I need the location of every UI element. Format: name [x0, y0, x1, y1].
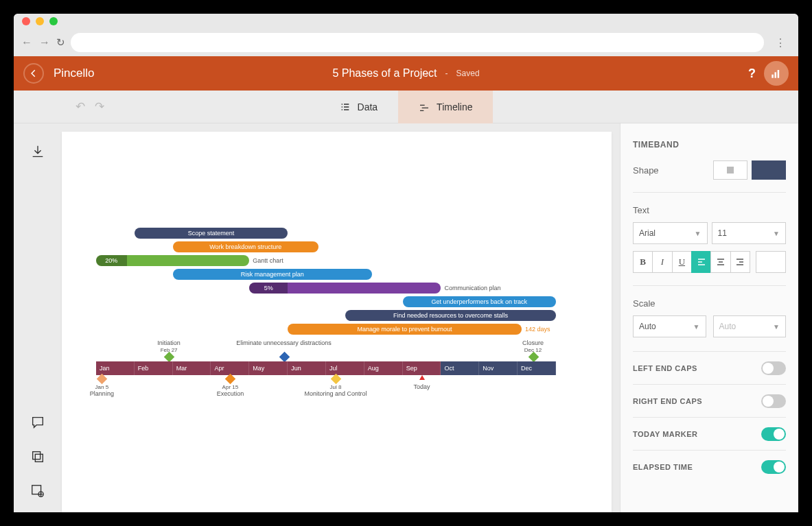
gantt-bar[interactable]: Work breakdown structure [173, 241, 318, 252]
milestone-label: ClosureDec 12 [522, 339, 544, 353]
font-size-value: 11 [718, 228, 727, 238]
milestone-diamond[interactable] [225, 374, 236, 385]
month-cell: May [249, 361, 288, 375]
align-left-button[interactable] [691, 251, 711, 273]
gantt-bar[interactable]: Risk management plan [173, 269, 372, 280]
browser-chrome [14, 14, 798, 29]
svg-rect-0 [772, 75, 774, 78]
text-color-picker[interactable] [756, 251, 786, 273]
today-marker-label: TODAY MARKER [633, 430, 697, 438]
comment-button[interactable] [30, 415, 45, 430]
align-center-button[interactable] [710, 251, 730, 273]
shape-square-option[interactable] [713, 160, 747, 180]
bar-label: Communication plan [445, 285, 501, 291]
underline-button[interactable]: U [672, 251, 692, 273]
bar-label: Gantt chart [253, 257, 283, 264]
svg-rect-2 [778, 70, 780, 78]
month-cell: Jul [326, 361, 364, 375]
milestone-label: Jul 8Monitoring and Control [304, 383, 367, 397]
gantt-bar[interactable]: Manage morale to prevent burnout [288, 324, 522, 335]
tab-data[interactable]: Data [319, 91, 399, 123]
scale-primary-select[interactable]: Auto ▼ [633, 315, 706, 337]
left-caps-toggle[interactable] [761, 361, 786, 375]
milestone-diamond[interactable] [164, 352, 175, 363]
back-icon[interactable]: ← [21, 36, 33, 49]
window-maximize[interactable] [49, 17, 58, 25]
milestone-diamond[interactable] [528, 352, 539, 363]
help-button[interactable]: ? [748, 67, 756, 81]
chart-icon [769, 67, 783, 80]
left-caps-label: LEFT END CAPS [633, 364, 697, 372]
align-right-button[interactable] [730, 251, 750, 273]
gantt-bar[interactable]: Find needed resources to overcome stalls [345, 310, 556, 321]
settings-button[interactable] [30, 483, 45, 499]
scale-label: Scale [633, 298, 786, 309]
align-left-icon [697, 258, 706, 266]
tab-timeline[interactable]: Timeline [398, 91, 493, 123]
window-minimize[interactable] [36, 17, 44, 25]
milestone-label: Apr 15Execution [217, 383, 244, 397]
month-cell: Dec [518, 361, 556, 375]
shape-label: Shape [633, 165, 659, 176]
scale-value2: Auto [719, 322, 736, 331]
font-size-select[interactable]: 11 ▼ [712, 222, 787, 244]
gantt-bar[interactable]: Scope statement [135, 228, 288, 239]
chevron-down-icon: ▼ [773, 323, 780, 331]
timeband[interactable]: JanFebMarAprMayJunJulAugSepOctNovDec [96, 361, 556, 375]
window-close[interactable] [22, 17, 30, 25]
forward-icon[interactable]: → [38, 36, 51, 49]
italic-button[interactable]: I [652, 251, 672, 273]
right-caps-toggle[interactable] [761, 394, 786, 408]
divider [633, 192, 786, 193]
month-cell: Aug [364, 361, 403, 375]
milestone-label: InitiationFeb 27 [157, 339, 181, 353]
properties-panel: TIMEBAND Shape Text Arial ▼ 11 ▼ [620, 123, 798, 512]
text-label: Text [633, 205, 786, 215]
bold-button[interactable]: B [633, 251, 653, 273]
gantt-bar[interactable]: Get underperformers back on track [403, 296, 556, 307]
svg-rect-1 [775, 72, 777, 77]
document-title[interactable]: 5 Phases of a Project [332, 67, 437, 80]
undo-icon[interactable]: ↶ [76, 99, 85, 114]
scale-secondary-select[interactable]: Auto ▼ [713, 315, 787, 337]
url-bar[interactable] [71, 33, 764, 52]
right-caps-label: RIGHT END CAPS [633, 397, 702, 405]
today-marker-toggle[interactable] [761, 427, 786, 441]
milestone-diamond[interactable] [97, 374, 108, 385]
svg-rect-3 [33, 452, 40, 459]
month-cell: Nov [479, 361, 518, 375]
browser-toolbar: ← → ↻ ⋮ [14, 29, 798, 56]
profile-button[interactable] [764, 61, 789, 86]
download-button[interactable] [30, 144, 45, 159]
shape-bar-option[interactable] [752, 160, 786, 180]
timeline-canvas[interactable]: Scope statementWork breakdown structure2… [62, 132, 612, 512]
section-timeband-title: TIMEBAND [633, 140, 786, 150]
month-cell: Feb [135, 361, 173, 375]
back-button[interactable] [23, 63, 44, 84]
elapsed-time-toggle[interactable] [761, 460, 786, 474]
chevron-down-icon: ▼ [695, 230, 701, 237]
milestone-diamond[interactable] [279, 352, 290, 363]
month-cell: Jun [288, 361, 326, 375]
title-separator: - [445, 69, 448, 78]
tab-data-label: Data [358, 101, 378, 112]
today-marker [419, 375, 425, 380]
copy-button[interactable] [30, 449, 45, 464]
elapsed-time-label: ELAPSED TIME [633, 463, 693, 471]
redo-icon[interactable]: ↷ [95, 99, 104, 114]
list-icon [340, 101, 351, 112]
chevron-down-icon: ▼ [693, 323, 700, 331]
reload-icon[interactable]: ↻ [56, 36, 65, 49]
progress-fill: 5% [249, 283, 288, 294]
milestone-label: Eliminate unnecessary distractions [236, 339, 332, 346]
browser-menu-icon[interactable]: ⋮ [769, 36, 791, 49]
align-center-icon [717, 258, 725, 266]
milestone-diamond[interactable] [331, 374, 342, 385]
timeline-icon [419, 101, 430, 112]
scale-value: Auto [639, 322, 656, 331]
month-cell: Sep [403, 361, 441, 375]
tab-timeline-label: Timeline [437, 101, 472, 112]
font-family-select[interactable]: Arial ▼ [633, 222, 708, 244]
view-tabs: ↶ ↷ Data Timeline [14, 91, 798, 123]
app-header: Pincello 5 Phases of a Project - Saved ? [14, 56, 798, 91]
